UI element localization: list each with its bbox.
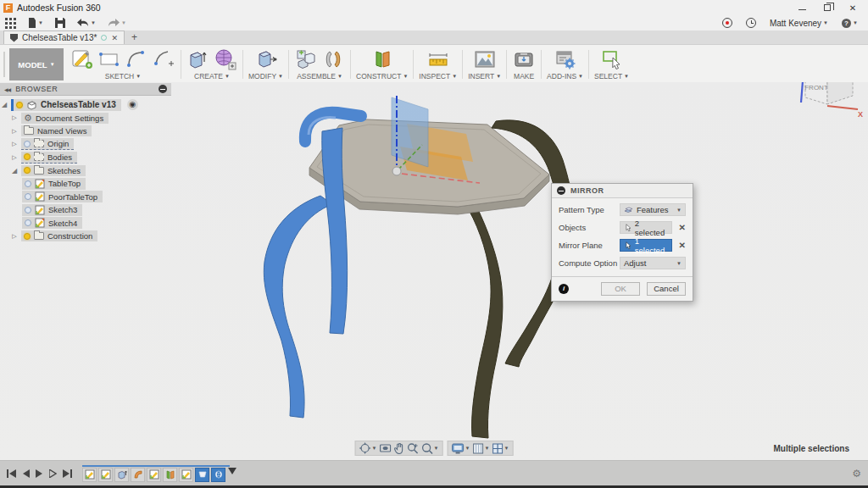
create-group-label[interactable]: CREATE▼ [194,72,230,82]
timeline-go-end-icon[interactable] [63,469,72,478]
timeline-feature-mirror-plane-selected[interactable] [195,468,209,482]
timeline-feature-extrude[interactable] [114,468,129,482]
pan-icon[interactable] [394,443,404,454]
browser-row-document-settings[interactable]: ▷ ⚙ Document Settings [10,112,171,125]
visibility-bulb-icon[interactable] [25,180,31,187]
timeline-play-icon[interactable] [36,469,43,478]
make-3dprint-icon[interactable] [512,47,536,71]
measure-icon[interactable] [426,47,450,71]
create-form-icon[interactable] [214,47,237,71]
view-cube[interactable]: TOP FRONT Z X [790,82,863,121]
compute-option-select[interactable]: Adjust ▼ [620,257,686,269]
create-sketch-icon[interactable] [70,47,94,71]
info-icon[interactable]: i [559,284,569,294]
timeline-step-forward-icon[interactable] [49,469,57,478]
sketch-arc2-icon[interactable] [152,47,175,71]
app-launcher-icon[interactable] [5,18,16,29]
extrude-icon[interactable] [186,47,210,71]
redo-icon[interactable]: ▼ [108,19,126,27]
account-menu[interactable]: Matt Keveney ▼ [770,19,828,28]
table-leg-front-right[interactable] [465,199,503,438]
table-leg-front-left[interactable] [264,196,332,418]
browser-row-sketch4[interactable]: Sketch4 [22,217,171,230]
activate-component-icon[interactable]: ◉ [127,99,138,110]
visibility-bulb-icon[interactable] [24,141,31,147]
visibility-bulb-icon[interactable] [24,167,31,174]
timeline-position-marker[interactable] [228,468,236,474]
sketch-rectangle-icon[interactable] [97,47,121,71]
browser-root-row[interactable]: ◢ ChelseasTable v13 ◉ [0,98,171,112]
maximize-button[interactable] [822,3,832,13]
timeline-settings-gear-icon[interactable]: ⚙ [852,468,861,480]
addins-group-label[interactable]: ADD-INS▼ [547,72,583,82]
save-icon[interactable] [55,18,65,28]
workspace-selector[interactable]: MODEL▼ [9,48,64,80]
viewport-canvas[interactable]: TOP FRONT Z X ◀◀ BROWSER ◢ ChelseasTable… [0,82,868,460]
timeline-step-back-icon[interactable] [22,469,30,478]
browser-row-sketch3[interactable]: Sketch3 [22,203,171,217]
toolbar-grip[interactable] [3,52,8,77]
new-tab-button[interactable]: + [125,31,144,44]
timeline-feature-sketch-2[interactable] [98,468,113,482]
look-at-icon[interactable] [380,443,392,453]
visibility-bulb-icon[interactable] [25,219,31,226]
document-tab[interactable]: ChelseasTable v13* ✕ [3,30,125,44]
visibility-bulb-icon[interactable] [24,233,31,240]
insert-image-icon[interactable] [473,47,497,71]
select-icon[interactable] [600,47,624,71]
sketch-arc-icon[interactable] [125,47,148,71]
timeline-feature-sketch-3[interactable] [147,468,161,482]
notifications-icon[interactable] [746,18,756,28]
addins-icon[interactable] [554,47,577,71]
viewcube-right-face[interactable] [827,82,853,104]
inspect-group-label[interactable]: INSPECT▼ [419,72,457,82]
new-component-icon[interactable] [294,47,318,71]
browser-row-sketches[interactable]: ◢ Sketches [10,164,171,178]
visibility-bulb-icon[interactable] [24,153,31,160]
zoom-window-icon[interactable]: ▼ [421,442,439,454]
job-status-icon[interactable] [722,18,732,28]
undo-icon[interactable]: ▼ [77,19,96,27]
timeline-feature-sketch-4[interactable] [179,468,193,482]
browser-row-poortabletop-sketch[interactable]: PoorTableTop [22,191,171,204]
browser-row-bodies[interactable]: ▷ Bodies [10,151,171,164]
mirror-dialog-header[interactable]: MIRROR [552,184,693,198]
construct-group-label[interactable]: CONSTRUCT▼ [356,72,408,82]
origin-point[interactable] [392,167,401,175]
minimize-button[interactable] [797,3,807,13]
clear-objects-icon[interactable]: ✕ [679,223,686,232]
browser-row-named-views[interactable]: ▷ Named Views [10,125,171,138]
display-settings-icon[interactable]: ▼ [452,443,470,454]
browser-minimize-icon[interactable] [159,85,167,93]
select-group-label[interactable]: SELECT▼ [594,72,629,82]
mirror-plane-selection-chip[interactable]: 1 selected [620,239,672,252]
timeline-feature-fillet[interactable] [131,468,145,482]
file-menu-icon[interactable]: ▼ [28,18,43,28]
assemble-group-label[interactable]: ASSEMBLE▼ [297,72,342,82]
make-group-label[interactable]: MAKE [514,72,534,82]
timeline-feature-plane[interactable] [163,468,177,482]
visibility-bulb-icon[interactable] [16,102,23,108]
objects-selection-chip[interactable]: 2 selected [620,221,672,234]
zoom-icon[interactable] [407,442,419,454]
browser-row-origin[interactable]: ▷ Origin [10,138,171,152]
viewports-icon[interactable]: ▼ [492,443,509,454]
grid-settings-icon[interactable]: ▼ [472,443,489,454]
collapse-panel-icon[interactable]: ◀◀ [4,86,10,92]
orbit-icon[interactable]: ▼ [359,442,377,454]
pattern-type-select[interactable]: Features ▼ [620,203,686,216]
timeline-feature-mirror-selected[interactable] [211,468,225,482]
timeline-track[interactable] [82,465,236,482]
modify-group-label[interactable]: MODIFY▼ [248,72,283,82]
close-button[interactable]: ✕ [848,3,858,13]
timeline-go-start-icon[interactable] [7,469,16,478]
press-pull-icon[interactable] [254,47,278,71]
browser-row-construction[interactable]: ▷ Construction [10,230,171,243]
dialog-grip-icon[interactable] [557,186,565,195]
insert-group-label[interactable]: INSERT▼ [468,72,501,82]
clear-mirror-plane-icon[interactable]: ✕ [679,241,686,250]
ok-button[interactable]: OK [601,282,640,296]
tab-close-icon[interactable]: ✕ [111,34,118,42]
help-menu[interactable]: ?▼ [842,19,858,28]
cancel-button[interactable]: Cancel [647,282,686,296]
